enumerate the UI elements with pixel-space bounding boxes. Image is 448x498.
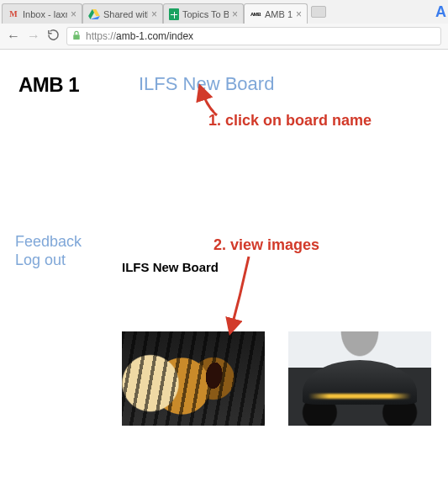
tab-gmail[interactable]: M Inbox - laxman@ilo × <box>2 3 82 24</box>
browser-chrome: M Inbox - laxman@ilo × Shared with me - … <box>0 0 448 50</box>
back-button[interactable]: ← <box>7 29 20 44</box>
board-title: ILFS New Board <box>122 260 219 274</box>
chrome-app-icon: A <box>435 3 446 21</box>
new-tab-button[interactable] <box>311 6 326 18</box>
tab-amb[interactable]: AMB AMB 1 × <box>244 3 308 24</box>
sheets-icon <box>169 8 179 20</box>
reload-button[interactable] <box>47 29 60 45</box>
logout-link[interactable]: Log out <box>15 252 66 269</box>
tab-strip: M Inbox - laxman@ilo × Shared with me - … <box>0 0 448 24</box>
tab-label: Shared with me - G <box>103 9 148 19</box>
lock-icon <box>72 30 81 42</box>
gallery-image[interactable] <box>288 331 431 426</box>
address-bar[interactable]: https://amb-1.com/index <box>66 27 441 45</box>
tab-drive[interactable]: Shared with me - G × <box>82 3 163 24</box>
image-gallery <box>122 331 431 426</box>
board-name-link[interactable]: ILFS New Board <box>139 73 274 95</box>
tab-label: Topics To Be Worke <box>182 9 229 19</box>
feedback-link[interactable]: Feedback <box>15 233 82 251</box>
close-icon[interactable]: × <box>151 9 157 19</box>
page: AMB 1 ILFS New Board Feedback Log out IL… <box>0 50 448 498</box>
site-logo: AMB 1 <box>18 73 79 97</box>
tab-label: AMB 1 <box>265 9 293 19</box>
annotation-step-2: 2. view images <box>213 236 319 254</box>
drive-icon <box>88 8 100 20</box>
gallery-image[interactable] <box>122 331 265 426</box>
gmail-icon: M <box>8 8 19 20</box>
tab-sheets[interactable]: Topics To Be Worke × <box>163 3 244 24</box>
annotation-step-1: 1. click on board name <box>208 112 372 130</box>
forward-button[interactable]: → <box>27 29 40 44</box>
url-text: https://amb-1.com/index <box>86 30 193 42</box>
close-icon[interactable]: × <box>71 9 76 19</box>
toolbar: ← → https://amb-1.com/index <box>0 24 448 49</box>
annotation-arrow-2 <box>222 253 261 337</box>
amb-icon: AMB <box>250 8 261 20</box>
close-icon[interactable]: × <box>232 9 238 19</box>
tab-label: Inbox - laxman@ilo <box>23 9 67 19</box>
close-icon[interactable]: × <box>296 9 302 19</box>
svg-rect-3 <box>73 34 80 40</box>
